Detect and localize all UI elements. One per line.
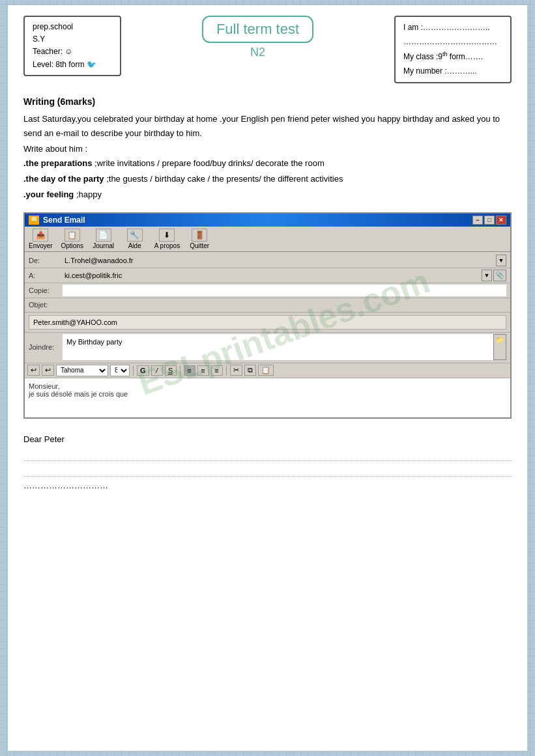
separator-2 bbox=[180, 365, 181, 376]
field-row-objet: Objet: bbox=[25, 298, 510, 313]
subject-area[interactable]: Peter.smith@YAHOO.com bbox=[29, 315, 506, 329]
envoyer-icon: 📤 bbox=[33, 229, 48, 242]
email-window-title: Send Email bbox=[43, 216, 85, 225]
salutation: Dear Peter bbox=[23, 434, 512, 444]
toolbar-journal[interactable]: 📄 Journal bbox=[92, 229, 115, 249]
body-line1: Monsieur, bbox=[29, 382, 506, 390]
writing-dots: ………………………… bbox=[23, 481, 512, 490]
underline-button[interactable]: S bbox=[165, 365, 177, 376]
bullet-feeling: .your feeling ;happy bbox=[23, 188, 512, 202]
bullet-day: .the day of the party ;the guests / birt… bbox=[23, 172, 512, 186]
size-select[interactable]: 8 bbox=[110, 365, 130, 376]
aide-label: Aide bbox=[128, 242, 141, 249]
subject-value: Peter.smith@YAHOO.com bbox=[33, 318, 502, 326]
copy-button[interactable]: ⧉ bbox=[244, 365, 256, 376]
de-value-text: L.Trohel@wanadoo.fr bbox=[63, 256, 495, 265]
options-label: Options bbox=[61, 242, 83, 249]
school-name: prep.school bbox=[33, 21, 112, 33]
italic-button[interactable]: / bbox=[151, 365, 163, 376]
email-app-icon: ✉ bbox=[29, 216, 39, 225]
de-dropdown[interactable]: ▼ bbox=[496, 255, 506, 266]
quitter-label: Quitter bbox=[190, 242, 209, 249]
field-row-joindre: Joindre: My Birthday party 📁 bbox=[25, 332, 510, 361]
writing-line-2 bbox=[23, 465, 512, 477]
number-line: My number :………... bbox=[403, 64, 502, 79]
writing-line-1 bbox=[23, 449, 512, 461]
dots-line: ……………………………… bbox=[403, 35, 502, 49]
bullet-day-bold: .the day of the party bbox=[23, 174, 104, 184]
apropos-label: A propos bbox=[154, 242, 180, 249]
titlebar-left: ✉ Send Email bbox=[29, 216, 85, 225]
header-left-box: prep.school S.Y Teacher: ☺ Level: 8th fo… bbox=[23, 16, 121, 76]
main-content: prep.school S.Y Teacher: ☺ Level: 8th fo… bbox=[8, 5, 527, 751]
align-left-button[interactable]: ≡ bbox=[184, 365, 195, 376]
de-label: De: bbox=[29, 257, 63, 264]
align-right-button[interactable]: ≡ bbox=[211, 365, 223, 376]
copie-label: Copie: bbox=[29, 287, 63, 294]
objet-label: Objet: bbox=[29, 301, 63, 309]
separator-3 bbox=[226, 365, 227, 376]
bullet-feeling-rest: ;happy bbox=[76, 189, 102, 199]
writing-title: Writing (6marks) bbox=[23, 96, 512, 107]
bullet-feeling-bold: .your feeling bbox=[23, 189, 74, 199]
toolbar-aide[interactable]: 🔧 Aide bbox=[123, 229, 147, 249]
write-instruction: Write about him : bbox=[23, 144, 512, 154]
quitter-icon: 🚪 bbox=[192, 229, 207, 242]
header-row: prep.school S.Y Teacher: ☺ Level: 8th fo… bbox=[23, 16, 512, 83]
a-label: A: bbox=[29, 272, 63, 279]
restore-button[interactable]: □ bbox=[484, 216, 495, 225]
bullet-prep-rest: ;write invitations / prepare food/buy dr… bbox=[94, 158, 325, 168]
bullet-day-rest: ;the guests / birthday cake / the presen… bbox=[106, 174, 343, 184]
email-titlebar: ✉ Send Email − □ ✕ bbox=[25, 214, 510, 227]
header-right-box: I am :…………………….. ……………………………… My class :… bbox=[394, 16, 512, 83]
a-dropdown[interactable]: ▼ bbox=[482, 270, 492, 281]
email-fields: De: L.Trohel@wanadoo.fr ▼ A: ki.cest@pol… bbox=[25, 252, 510, 363]
redo-button[interactable]: ↩ bbox=[42, 365, 54, 376]
bullet-preparations: .the preparations ;write invitations / p… bbox=[23, 156, 512, 171]
bullet-prep-bold: .the preparations bbox=[23, 158, 92, 168]
paste-button[interactable]: 📋 bbox=[258, 365, 274, 376]
toolbar-envoyer[interactable]: 📤 Envoyer bbox=[29, 229, 53, 249]
envoyer-label: Envoyer bbox=[29, 242, 53, 249]
titlebar-controls: − □ ✕ bbox=[472, 216, 506, 225]
align-center-button[interactable]: ≡ bbox=[197, 365, 209, 376]
level-line: Level: 8th form 🐦 bbox=[33, 59, 112, 71]
test-subtitle: N2 bbox=[128, 46, 388, 59]
body-preview-text: My Birthday party bbox=[66, 338, 489, 346]
email-window: ✉ Send Email − □ ✕ 📤 Envoyer 📋 Options 📄… bbox=[23, 212, 512, 419]
toolbar-apropos[interactable]: ⬇ A propos bbox=[154, 229, 180, 249]
bold-button[interactable]: G bbox=[137, 365, 149, 376]
class-line: My class :9th form……. bbox=[403, 49, 502, 64]
options-icon: 📋 bbox=[65, 229, 80, 242]
journal-label: Journal bbox=[93, 242, 114, 249]
writing-section: Writing (6marks) Last Saturday,you celeb… bbox=[23, 96, 512, 201]
email-body[interactable]: Monsieur, je suis désolé mais je crois q… bbox=[25, 378, 510, 417]
school-sy: S.Y bbox=[33, 33, 112, 46]
a-value-text: ki.cest@politik.fric bbox=[63, 271, 480, 280]
joindre-body: My Birthday party bbox=[63, 334, 493, 360]
minimize-button[interactable]: − bbox=[472, 216, 483, 225]
joindre-label: Joindre: bbox=[29, 343, 63, 351]
journal-icon: 📄 bbox=[96, 229, 111, 242]
font-select[interactable]: Tahoma bbox=[56, 365, 108, 376]
aide-icon: 🔧 bbox=[127, 229, 143, 242]
email-toolbar: 📤 Envoyer 📋 Options 📄 Journal 🔧 Aide ⬇ A… bbox=[25, 227, 510, 252]
field-row-a: A: ki.cest@politik.fric ▼ 📎 bbox=[25, 268, 510, 283]
attach-browse-icon[interactable]: 📁 bbox=[493, 334, 506, 360]
field-row-de: De: L.Trohel@wanadoo.fr ▼ bbox=[25, 253, 510, 268]
apropos-icon: ⬇ bbox=[159, 229, 175, 242]
cut-button[interactable]: ✂ bbox=[230, 365, 242, 376]
iam-line: I am :…………………….. bbox=[403, 21, 502, 35]
a-attach-icon: 📎 bbox=[493, 270, 506, 281]
toolbar-quitter[interactable]: 🚪 Quitter bbox=[188, 229, 211, 249]
close-button[interactable]: ✕ bbox=[496, 216, 506, 225]
field-row-copie: Copie: bbox=[25, 283, 510, 298]
body-line2: je suis désolé mais je crois que bbox=[29, 390, 506, 398]
toolbar-options[interactable]: 📋 Options bbox=[61, 229, 84, 249]
undo-button[interactable]: ↩ bbox=[27, 365, 40, 376]
format-toolbar: ↩ ↩ Tahoma 8 G / S ≡ ≡ ≡ ✂ ⧉ 📋 bbox=[25, 363, 510, 378]
copie-input[interactable] bbox=[63, 285, 506, 296]
writing-paragraph: Last Saturday,you celebrated your birthd… bbox=[23, 112, 512, 141]
teacher-line: Teacher: ☺ bbox=[33, 46, 112, 58]
header-center: Full term test N2 bbox=[128, 16, 388, 59]
